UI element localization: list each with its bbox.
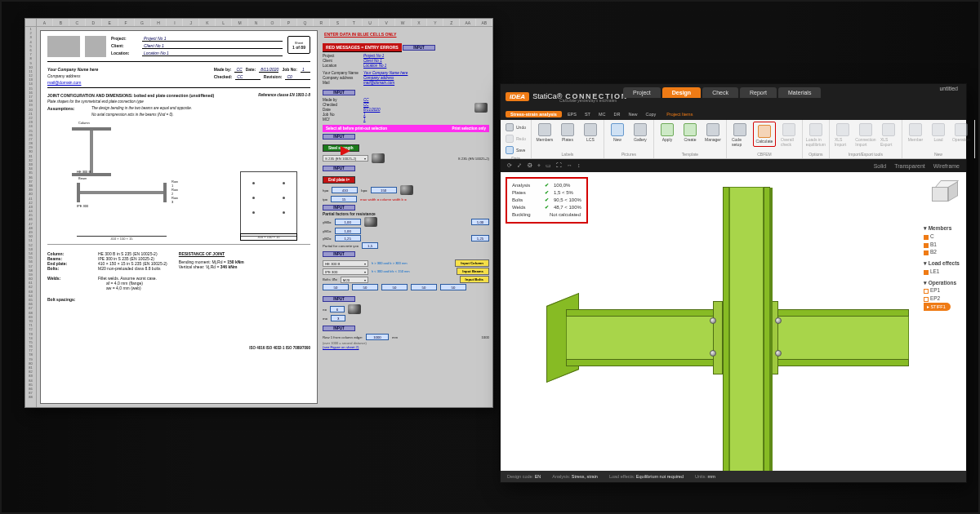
print-selection-button[interactable]: Print selection only bbox=[452, 126, 486, 131]
pan-icon[interactable]: ⤢ bbox=[517, 162, 522, 169]
company-email-link[interactable]: mail@domain.com bbox=[47, 80, 98, 85]
input-bolts-button[interactable]: Input Bolts bbox=[460, 276, 489, 283]
project-value: Project No 1 bbox=[142, 36, 283, 42]
figure-link[interactable]: (see Figure on sheet 2) bbox=[323, 345, 489, 349]
lcs-button[interactable]: LCS bbox=[581, 122, 600, 144]
undo-button[interactable]: Undo bbox=[504, 122, 528, 133]
tree-op-ep2[interactable]: EP2 bbox=[924, 295, 960, 303]
analysis-mode-badge[interactable]: Stress-strain analysis bbox=[506, 111, 562, 117]
row-headers: 1234567891011121314151617181920212223242… bbox=[25, 27, 37, 407]
gear-icon bbox=[348, 304, 361, 314]
tree-op-stiff[interactable]: ▸ STIFF1 bbox=[924, 303, 951, 311]
location-value: Location No 1 bbox=[142, 51, 283, 56]
xls-import-button[interactable]: XLS Import bbox=[833, 122, 853, 148]
print-selection-bar: Select all before print-out selection Pr… bbox=[323, 125, 489, 132]
beam-west bbox=[566, 309, 729, 366]
hp-input[interactable]: 410 bbox=[332, 187, 358, 193]
viewport-3d[interactable]: Analysis✔100,0% Plates✔1,5 < 5% Bolts✔90… bbox=[501, 172, 966, 471]
app-tabs: Project Design Check Report Materials bbox=[623, 87, 822, 98]
end-plate-sketch bbox=[240, 171, 297, 237]
flip-v-icon[interactable]: ↕ bbox=[577, 162, 581, 169]
tree-op-ep1[interactable]: EP1 bbox=[924, 286, 960, 295]
joint-sketches: Column HE 300 B Beam IPE 300 Row 1 Row 2… bbox=[47, 122, 310, 245]
bolts-dropdown[interactable]: M20 bbox=[341, 277, 368, 283]
mode-new[interactable]: New bbox=[626, 112, 639, 117]
mode-bar: Stress-strain analysis EPS ST MC DR New … bbox=[501, 109, 966, 120]
save-button[interactable]: Save bbox=[504, 144, 527, 156]
company-logo-placeholder bbox=[47, 36, 80, 57]
gear-icon bbox=[372, 153, 385, 163]
steel-grade-dropdown[interactable]: S 235 (EN 10025-2) bbox=[323, 155, 368, 162]
gallery-button[interactable]: Gallery bbox=[630, 122, 650, 144]
tree-member-b1[interactable]: B1 bbox=[924, 241, 960, 249]
flip-h-icon[interactable]: ↔ bbox=[567, 162, 572, 169]
mode-mc[interactable]: MC bbox=[596, 112, 608, 117]
end-plate-west bbox=[713, 301, 723, 374]
tree-member-c[interactable]: C bbox=[924, 233, 960, 241]
members-button[interactable]: Members bbox=[535, 122, 555, 144]
target-icon[interactable]: ⌖ bbox=[537, 162, 541, 169]
location-label: Location: bbox=[111, 51, 139, 56]
end-plate-header: End plate t= bbox=[323, 176, 355, 184]
mode-dr[interactable]: DR bbox=[611, 112, 622, 117]
tree-member-b2[interactable]: B2 bbox=[924, 248, 960, 256]
apply-template-button[interactable]: Apply bbox=[657, 122, 677, 144]
bolt-icon bbox=[710, 350, 716, 357]
tree-load-le1[interactable]: LE1 bbox=[924, 268, 960, 276]
column-member bbox=[723, 187, 770, 471]
beam-east bbox=[770, 309, 909, 366]
redo-button[interactable]: Redo bbox=[504, 133, 528, 144]
render-transparent[interactable]: Transparent bbox=[894, 163, 924, 169]
bolt-icon bbox=[775, 317, 782, 324]
gear-icon bbox=[474, 103, 488, 113]
input-column-button[interactable]: Input Column bbox=[455, 259, 489, 267]
tab-report[interactable]: Report bbox=[740, 87, 777, 98]
beam-section-dropdown[interactable]: IPE 300 bbox=[323, 268, 368, 275]
status-bar: Design code: EN Analysis: Stress, strain… bbox=[501, 471, 966, 482]
code-setup-button[interactable]: Code setup bbox=[730, 122, 750, 148]
mode-eps[interactable]: EPS bbox=[565, 112, 579, 117]
loads-equilibrium-button[interactable]: Loads in equilibrium bbox=[806, 122, 826, 148]
new-operation-button[interactable]: Operation bbox=[951, 122, 971, 144]
company-logo-placeholder-2 bbox=[85, 36, 106, 57]
titlebar: IDEA StatiCa® CONNECTION Calculate yeste… bbox=[501, 84, 966, 109]
tp-input[interactable]: 15 bbox=[331, 196, 357, 202]
render-solid[interactable]: Solid bbox=[874, 163, 887, 169]
window-icon[interactable]: ▭ bbox=[546, 162, 551, 169]
picture-new-button[interactable]: New bbox=[608, 122, 627, 144]
create-template-button[interactable]: Create bbox=[680, 122, 700, 144]
bp-input[interactable]: 150 bbox=[371, 187, 397, 193]
sheet-number-badge: Sheet 1 of 89 bbox=[287, 36, 310, 54]
connection-import-button[interactable]: Connection Import bbox=[856, 122, 875, 148]
new-member-button[interactable]: Member bbox=[906, 122, 925, 144]
column-section-dropdown[interactable]: HE 300 B bbox=[323, 260, 368, 267]
analysis-results-box: Analysis✔100,0% Plates✔1,5 < 5% Bolts✔90… bbox=[506, 177, 588, 224]
row1-distance-input[interactable]: 1000 bbox=[366, 334, 389, 340]
zoom-fit-icon[interactable]: ⯐ bbox=[527, 162, 532, 169]
tab-materials[interactable]: Materials bbox=[778, 87, 821, 98]
fullscreen-icon[interactable]: ⛶ bbox=[556, 162, 562, 169]
tab-design[interactable]: Design bbox=[662, 87, 701, 98]
view-cube[interactable] bbox=[932, 180, 958, 206]
mode-copy[interactable]: Copy bbox=[643, 112, 658, 117]
tab-check[interactable]: Check bbox=[702, 87, 738, 98]
project-label: Project: bbox=[111, 36, 139, 42]
company-address: Company address bbox=[47, 73, 98, 78]
calculate-button[interactable]: Calculate bbox=[755, 123, 774, 145]
new-load-button[interactable]: Load bbox=[929, 122, 948, 144]
plates-button[interactable]: Plates bbox=[558, 122, 577, 144]
overall-check-button[interactable]: Overall check bbox=[779, 122, 799, 148]
client-value: Client No 1 bbox=[142, 43, 283, 49]
gear-icon bbox=[364, 217, 377, 227]
input-beams-button[interactable]: Input Beams bbox=[457, 268, 489, 275]
xls-export-button[interactable]: XLS Export bbox=[879, 122, 898, 148]
beam-model bbox=[590, 187, 893, 471]
template-manager-button[interactable]: Manager bbox=[703, 122, 723, 144]
client-label: Client: bbox=[111, 43, 139, 49]
joint-title: JOINT CONFIGURATION AND DIMENSIONS: bolt… bbox=[47, 93, 214, 98]
render-wireframe[interactable]: Wireframe bbox=[933, 163, 960, 169]
mode-st[interactable]: ST bbox=[582, 112, 593, 117]
orbit-icon[interactable]: ⟳ bbox=[507, 162, 512, 169]
tab-project[interactable]: Project bbox=[623, 87, 661, 98]
print-page-report: Project:Project No 1 Client:Client No 1 … bbox=[40, 30, 318, 404]
